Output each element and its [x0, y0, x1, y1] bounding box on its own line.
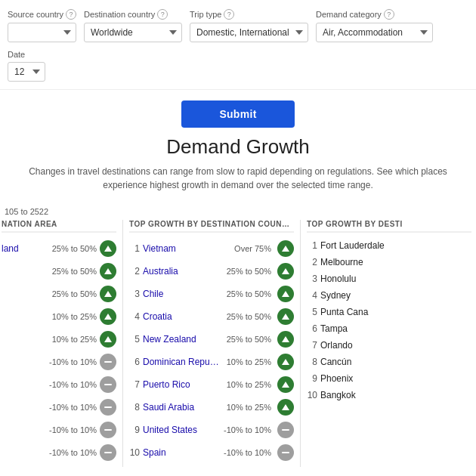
nation-area-header: NATION AREA — [2, 220, 116, 233]
arrow-up-icon — [104, 314, 112, 320]
submit-button[interactable]: Submit — [181, 100, 294, 128]
city-name: Melbourne — [320, 257, 471, 267]
country-name: Chile — [143, 289, 224, 299]
trend-badge-neutral — [100, 376, 116, 393]
col-divider — [122, 220, 123, 467]
pct-label: 10% to 25% — [227, 357, 271, 366]
row-number: 6 — [129, 357, 140, 367]
list-item: 10% to 25% — [2, 308, 116, 325]
date-label: Date — [8, 50, 45, 59]
row-number: 2 — [307, 257, 317, 267]
trip-label: Trip type ? — [190, 9, 308, 20]
pct-label: -10% to 10% — [224, 448, 271, 457]
country-name: Australia — [143, 266, 224, 277]
list-item: 4Croatia25% to 50% — [129, 308, 294, 325]
pct-label: -10% to 10% — [40, 403, 97, 412]
destination-country-header: TOP GROWTH BY DESTINATION COUNTRY — [129, 220, 294, 233]
dash-icon — [104, 429, 112, 431]
trip-select[interactable]: Domestic, International — [190, 23, 308, 42]
trend-badge-up — [100, 263, 116, 280]
list-item: 25% to 50% — [2, 263, 116, 280]
list-item: 6Tampa — [307, 323, 471, 334]
source-select[interactable] — [8, 23, 76, 42]
trend-badge-up — [100, 240, 116, 257]
destination-city-column: TOP GROWTH BY DESTI 1Fort Lauderdale2Mel… — [302, 220, 476, 467]
arrow-up-icon — [104, 336, 112, 342]
dash-icon — [104, 452, 112, 453]
pct-label: 25% to 50% — [40, 244, 97, 253]
pct-label: 25% to 50% — [227, 289, 271, 298]
city-name: Phoenix — [320, 373, 471, 384]
date-select[interactable]: 12 — [8, 62, 45, 82]
destination-label: Destination country ? — [84, 9, 182, 20]
row-number: 1 — [307, 240, 317, 251]
row-number: 4 — [307, 290, 317, 301]
pct-label: -10% to 10% — [40, 380, 97, 389]
list-item: 10% to 25% — [2, 331, 116, 348]
demand-help-icon[interactable]: ? — [384, 9, 394, 20]
filter-bar: Source country ? Destination country ? W… — [0, 0, 476, 90]
row-number: 6 — [307, 323, 317, 334]
trend-badge-up — [277, 240, 294, 257]
list-item: 7Puerto Rico10% to 25% — [129, 376, 294, 393]
page-title: Demand Growth — [0, 135, 476, 159]
trend-badge-neutral — [100, 422, 116, 438]
row-number: 8 — [307, 357, 317, 367]
arrow-up-icon — [282, 404, 289, 410]
trend-badge-neutral — [277, 422, 294, 438]
dash-icon — [282, 452, 289, 453]
country-name: Spain — [143, 447, 221, 458]
trend-badge-up — [277, 286, 294, 302]
list-item: 1VietnamOver 75% — [129, 240, 294, 257]
row-number: 8 — [129, 402, 140, 413]
pct-label: 25% to 50% — [227, 267, 271, 276]
row-number: 7 — [307, 340, 317, 351]
country-name: United States — [143, 425, 221, 435]
list-item: 4Sydney — [307, 290, 471, 301]
list-item: 5New Zealand25% to 50% — [129, 331, 294, 348]
list-item: 3Chile25% to 50% — [129, 286, 294, 302]
list-item: -10% to 10% — [2, 354, 116, 370]
columns-container: NATION AREA land 25% to 50% 25% to 50% 2… — [0, 220, 476, 474]
destination-select[interactable]: Worldwide — [84, 23, 182, 42]
trip-help-icon[interactable]: ? — [224, 9, 234, 20]
arrow-up-icon — [104, 268, 112, 274]
pct-label: -10% to 10% — [40, 448, 97, 457]
demand-select[interactable]: Air, Accommodation — [316, 23, 433, 42]
destination-help-icon[interactable]: ? — [157, 9, 168, 20]
trend-badge-neutral — [277, 444, 294, 461]
pct-label: 25% to 50% — [40, 289, 97, 298]
col-divider-2 — [300, 220, 301, 467]
pct-label: 10% to 25% — [227, 403, 271, 412]
trend-badge-up — [100, 286, 116, 302]
trend-badge-neutral — [100, 399, 116, 416]
row-number: 5 — [129, 334, 140, 345]
country-name: land — [2, 243, 37, 254]
list-item: 2Melbourne — [307, 257, 471, 267]
arrow-up-icon — [104, 246, 112, 252]
country-rows: 1VietnamOver 75%2Australia25% to 50%3Chi… — [129, 240, 294, 461]
source-help-icon[interactable]: ? — [66, 9, 76, 20]
list-item: -10% to 10% — [2, 422, 116, 438]
city-name: Orlando — [320, 340, 471, 351]
city-rows: 1Fort Lauderdale2Melbourne3Honolulu4Sydn… — [307, 240, 471, 400]
arrow-up-icon — [282, 314, 289, 320]
row-number: 3 — [307, 274, 317, 284]
list-item: 8Saudi Arabia10% to 25% — [129, 399, 294, 416]
trend-badge-up — [277, 399, 294, 416]
row-number: 4 — [129, 311, 140, 322]
dash-icon — [104, 384, 112, 385]
pct-label: 10% to 25% — [227, 380, 271, 389]
demand-filter-group: Demand category ? Air, Accommodation — [316, 9, 433, 42]
list-item: 10Spain-10% to 10% — [129, 444, 294, 461]
trend-badge-neutral — [100, 444, 116, 461]
destination-city-header: TOP GROWTH BY DESTI — [307, 220, 471, 233]
row-number: 5 — [307, 307, 317, 317]
submit-row: Submit — [0, 90, 476, 135]
date-filter-group: Date 12 — [8, 50, 45, 82]
trend-badge-up — [100, 308, 116, 325]
row-number: 2 — [129, 266, 140, 277]
list-item: 3Honolulu — [307, 274, 471, 284]
pct-label: 25% to 50% — [227, 335, 271, 344]
destination-filter-group: Destination country ? Worldwide — [84, 9, 182, 42]
